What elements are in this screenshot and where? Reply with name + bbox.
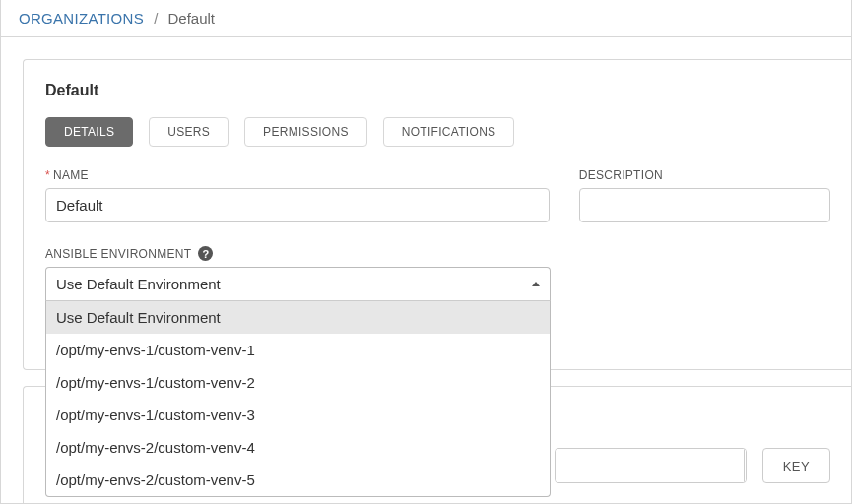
search-group xyxy=(555,448,747,483)
field-row-1: * NAME DESCRIPTION xyxy=(45,168,830,222)
breadcrumb-separator: / xyxy=(154,10,158,27)
org-detail-card: Default DETAILS USERS PERMISSIONS NOTIFI… xyxy=(23,59,852,370)
name-input[interactable] xyxy=(45,188,550,222)
search-button[interactable] xyxy=(744,449,747,482)
dropdown-option[interactable]: /opt/my-envs-2/custom-venv-5 xyxy=(46,464,550,496)
tab-notifications[interactable]: NOTIFICATIONS xyxy=(383,117,515,147)
dropdown-option[interactable]: /opt/my-envs-2/custom-venv-4 xyxy=(46,431,550,464)
breadcrumb: ORGANIZATIONS / Default xyxy=(1,0,851,37)
search-input[interactable] xyxy=(556,449,744,482)
name-field-group: * NAME xyxy=(45,168,550,222)
dropdown-option[interactable]: /opt/my-envs-1/custom-venv-2 xyxy=(46,366,550,399)
description-field-group: DESCRIPTION xyxy=(579,168,830,222)
dropdown-option[interactable]: /opt/my-envs-1/custom-venv-3 xyxy=(46,399,550,431)
ansible-env-select[interactable]: Use Default Environment xyxy=(45,267,551,301)
search-icon xyxy=(745,459,747,472)
app-root: ORGANIZATIONS / Default Default DETAILS … xyxy=(0,0,852,504)
ansible-env-label: ANSIBLE ENVIRONMENT ? xyxy=(45,246,551,261)
breadcrumb-organizations-link[interactable]: ORGANIZATIONS xyxy=(19,10,144,27)
key-button[interactable]: KEY xyxy=(762,448,830,483)
tab-bar: DETAILS USERS PERMISSIONS NOTIFICATIONS xyxy=(45,117,830,147)
dropdown-option[interactable]: /opt/my-envs-1/custom-venv-1 xyxy=(46,334,550,366)
ansible-env-label-text: ANSIBLE ENVIRONMENT xyxy=(45,247,191,261)
name-label-text: NAME xyxy=(53,168,89,182)
required-asterisk: * xyxy=(45,168,50,182)
ansible-env-selected-value: Use Default Environment xyxy=(56,276,221,292)
ansible-env-field-group: ANSIBLE ENVIRONMENT ? Use Default Enviro… xyxy=(45,246,551,301)
ansible-env-dropdown: Use Default Environment /opt/my-envs-1/c… xyxy=(45,301,551,497)
tab-users[interactable]: USERS xyxy=(149,117,229,147)
card-title: Default xyxy=(45,82,830,99)
tab-details[interactable]: DETAILS xyxy=(45,117,133,147)
help-icon[interactable]: ? xyxy=(198,246,213,261)
description-input[interactable] xyxy=(579,188,830,222)
tab-permissions[interactable]: PERMISSIONS xyxy=(244,117,367,147)
dropdown-option[interactable]: Use Default Environment xyxy=(46,301,550,334)
breadcrumb-current: Default xyxy=(167,10,215,27)
name-label: * NAME xyxy=(45,168,550,182)
caret-up-icon xyxy=(532,282,540,286)
description-label: DESCRIPTION xyxy=(579,168,830,182)
